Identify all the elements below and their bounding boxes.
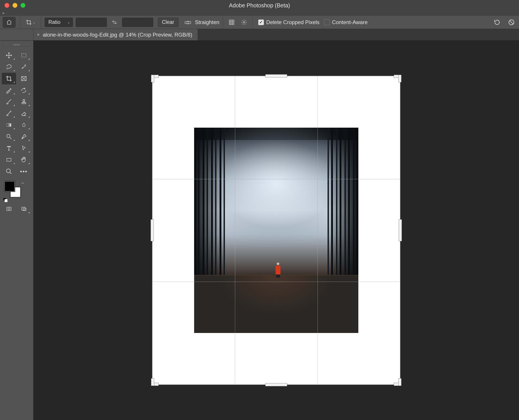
collapsed-panel-tab[interactable]: ▬▬: [2, 42, 31, 47]
history-brush-tool[interactable]: [2, 108, 16, 119]
crop-icon: [26, 19, 32, 25]
type-icon: [6, 145, 12, 151]
tools-panel: •••: [0, 48, 33, 177]
hand-tool[interactable]: [17, 154, 31, 165]
type-tool[interactable]: [2, 142, 16, 154]
lasso-icon: [6, 64, 12, 70]
screenmode-icon: [21, 206, 27, 212]
document-tab-label: alone-in-the-woods-fog-Edit.jpg @ 14% (C…: [43, 32, 192, 38]
straighten-label: Straighten: [195, 19, 219, 25]
reset-crop-button[interactable]: [492, 17, 502, 27]
aspect-ratio-label: Ratio: [48, 19, 60, 25]
content-aware-toggle[interactable]: Content-Aware: [324, 19, 368, 25]
eyedropper-tool[interactable]: [2, 84, 16, 96]
ellipsis-icon: •••: [20, 168, 27, 175]
app-window: Adobe Photoshop (Beta) « ⌄ Ratio ⌄ Clear…: [0, 0, 519, 420]
crop-handle-top-right[interactable]: [393, 75, 401, 83]
checkbox-icon: [258, 19, 264, 25]
canvas-viewport[interactable]: [33, 41, 519, 420]
level-icon: [185, 19, 191, 25]
marquee-icon: [21, 52, 27, 58]
crop-tool[interactable]: [2, 73, 16, 84]
hand-icon: [21, 157, 27, 163]
window-maximize-button[interactable]: [21, 3, 25, 8]
eraser-icon: [21, 110, 27, 117]
home-button[interactable]: [3, 17, 16, 28]
dodge-tool[interactable]: [2, 131, 16, 142]
gear-icon: [241, 19, 247, 25]
document-tab[interactable]: × alone-in-the-woods-fog-Edit.jpg @ 14% …: [33, 29, 198, 40]
quick-mask-button[interactable]: [2, 203, 16, 215]
title-bar: Adobe Photoshop (Beta): [0, 0, 519, 11]
gradient-tool[interactable]: [2, 119, 16, 131]
foreground-color-swatch[interactable]: [4, 181, 15, 191]
crop-handle-bottom[interactable]: [266, 383, 287, 386]
workspace-body: ▬▬: [0, 41, 519, 420]
crop-grid-line: [153, 179, 400, 179]
crop-handle-top[interactable]: [266, 75, 287, 77]
svg-rect-7: [7, 124, 11, 127]
swap-dimensions-button[interactable]: [110, 17, 119, 27]
crop-handle-bottom-left[interactable]: [151, 378, 159, 386]
delete-cropped-toggle[interactable]: Delete Cropped Pixels: [258, 19, 319, 25]
remove-tool[interactable]: [17, 84, 31, 96]
wand-icon: [21, 64, 27, 70]
blur-tool[interactable]: [17, 119, 31, 131]
tool-preset-button[interactable]: ⌄: [24, 17, 37, 28]
rectangular-marquee-tool[interactable]: [17, 50, 31, 61]
cancel-crop-button[interactable]: [506, 17, 516, 27]
stamp-icon: [21, 98, 27, 105]
pen-tool[interactable]: [17, 131, 31, 142]
default-colors-button[interactable]: [3, 198, 7, 202]
svg-point-10: [7, 169, 10, 173]
svg-rect-5: [22, 53, 26, 57]
gradient-icon: [6, 122, 12, 128]
crop-handle-bottom-right[interactable]: [393, 378, 401, 386]
collapse-chevron-icon[interactable]: «: [2, 11, 4, 15]
lasso-tool[interactable]: [2, 61, 16, 73]
brush-tool[interactable]: [2, 96, 16, 108]
crop-grid-line: [153, 282, 400, 282]
swap-colors-button[interactable]: ↔: [21, 181, 24, 186]
path-selection-tool[interactable]: [17, 142, 31, 154]
crop-height-input[interactable]: [122, 18, 153, 27]
crop-settings-button[interactable]: [239, 17, 249, 27]
svg-point-3: [243, 22, 245, 23]
rectangle-shape-tool[interactable]: [2, 154, 16, 165]
svg-rect-0: [185, 22, 191, 24]
dodge-icon: [6, 133, 12, 140]
move-tool[interactable]: [2, 50, 16, 61]
crop-width-input[interactable]: [76, 18, 107, 27]
svg-rect-11: [7, 207, 11, 210]
zoom-tool[interactable]: [2, 165, 16, 177]
clear-button[interactable]: Clear: [158, 18, 178, 27]
collapse-strip: «: [0, 11, 519, 16]
clone-stamp-tool[interactable]: [17, 96, 31, 108]
app-title: Adobe Photoshop (Beta): [229, 2, 290, 9]
overlay-options-button[interactable]: [227, 17, 237, 27]
crop-handle-left[interactable]: [151, 220, 154, 241]
edit-toolbar-button[interactable]: •••: [17, 165, 31, 177]
history-brush-icon: [6, 110, 12, 117]
straighten-button[interactable]: [183, 17, 193, 27]
home-icon: [6, 19, 12, 25]
svg-rect-1: [187, 22, 189, 24]
aspect-ratio-select[interactable]: Ratio ⌄: [45, 18, 73, 27]
crop-handle-right[interactable]: [399, 220, 402, 241]
document-image: [194, 128, 358, 333]
crop-handle-top-left[interactable]: [151, 75, 159, 83]
frame-icon: [21, 75, 27, 82]
rectangle-icon: [6, 157, 12, 163]
magic-wand-tool[interactable]: [17, 61, 31, 73]
checkbox-icon: [324, 19, 330, 25]
window-minimize-button[interactable]: [13, 3, 17, 8]
window-close-button[interactable]: [4, 3, 9, 8]
eraser-tool[interactable]: [17, 108, 31, 119]
crop-bounds[interactable]: [153, 76, 400, 384]
cursor-icon: [21, 145, 27, 151]
cancel-icon: [508, 19, 515, 26]
screen-mode-button[interactable]: [17, 203, 31, 215]
swap-icon: [111, 20, 117, 25]
frame-tool[interactable]: [17, 73, 31, 84]
close-tab-icon[interactable]: ×: [37, 32, 40, 37]
